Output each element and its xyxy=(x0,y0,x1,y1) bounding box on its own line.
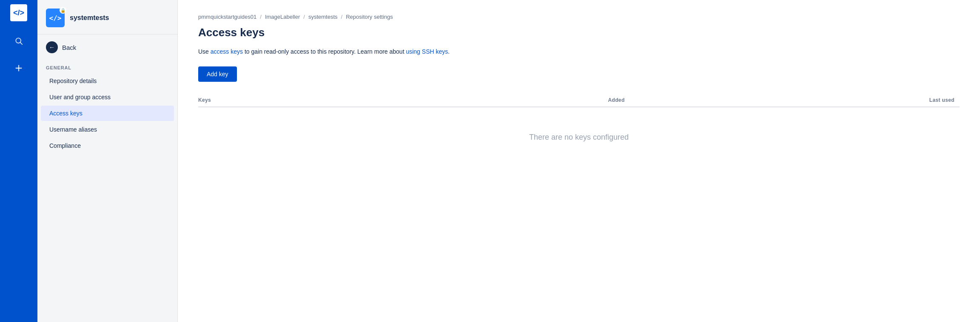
logo-icon: </> xyxy=(13,9,24,17)
breadcrumb-repo[interactable]: systemtests xyxy=(308,14,338,20)
description: Use access keys to gain read-only access… xyxy=(198,47,960,56)
main-content: pmmquickstartguides01 / ImageLabeller / … xyxy=(178,0,980,322)
create-icon[interactable] xyxy=(11,60,26,76)
col-last-used: Last used xyxy=(630,94,960,107)
breadcrumb-sep-1: / xyxy=(260,14,262,20)
back-button[interactable]: ← Back xyxy=(37,34,177,60)
page-title: Access keys xyxy=(198,26,960,39)
breadcrumb-org[interactable]: pmmquickstartguides01 xyxy=(198,14,256,20)
sidebar-item-user-group-access[interactable]: User and group access xyxy=(41,89,174,105)
empty-state-message: There are no keys configured xyxy=(198,107,960,167)
access-keys-link[interactable]: access keys xyxy=(211,48,243,55)
sidebar-repo-header: </> 🔒 systemtests xyxy=(37,0,177,34)
breadcrumb-project[interactable]: ImageLabeller xyxy=(265,14,300,20)
add-key-button[interactable]: Add key xyxy=(198,66,237,82)
general-section-label: GENERAL xyxy=(37,60,177,73)
breadcrumb-current: Repository settings xyxy=(346,14,393,20)
keys-table: Keys Added Last used There are no keys c… xyxy=(198,94,960,167)
repo-name: systemtests xyxy=(70,14,109,22)
table-body: There are no keys configured xyxy=(198,107,960,167)
search-icon[interactable] xyxy=(11,33,26,49)
global-nav: </> xyxy=(0,0,37,322)
col-keys: Keys xyxy=(198,94,393,107)
breadcrumb: pmmquickstartguides01 / ImageLabeller / … xyxy=(198,14,960,20)
app-logo[interactable]: </> xyxy=(10,4,27,21)
sidebar-item-access-keys[interactable]: Access keys xyxy=(41,106,174,121)
sidebar-item-compliance[interactable]: Compliance xyxy=(41,138,174,153)
repo-icon: </> 🔒 xyxy=(46,9,65,27)
back-label: Back xyxy=(62,44,76,51)
repo-lock-icon: 🔒 xyxy=(60,7,66,14)
col-added: Added xyxy=(393,94,630,107)
sidebar-item-username-aliases[interactable]: Username aliases xyxy=(41,122,174,137)
breadcrumb-sep-3: / xyxy=(341,14,343,20)
table-header: Keys Added Last used xyxy=(198,94,960,107)
repo-code-icon: </> xyxy=(49,14,62,22)
breadcrumb-sep-2: / xyxy=(303,14,305,20)
ssh-keys-link[interactable]: using SSH keys xyxy=(406,48,448,55)
back-arrow-icon: ← xyxy=(46,41,58,53)
description-prefix: Use xyxy=(198,48,211,55)
empty-state-row: There are no keys configured xyxy=(198,107,960,167)
sidebar: </> 🔒 systemtests ← Back GENERAL Reposit… xyxy=(37,0,178,322)
svg-line-1 xyxy=(20,43,23,45)
sidebar-item-repo-details[interactable]: Repository details xyxy=(41,73,174,89)
description-middle: to gain read-only access to this reposit… xyxy=(243,48,406,55)
description-suffix: . xyxy=(448,48,450,55)
